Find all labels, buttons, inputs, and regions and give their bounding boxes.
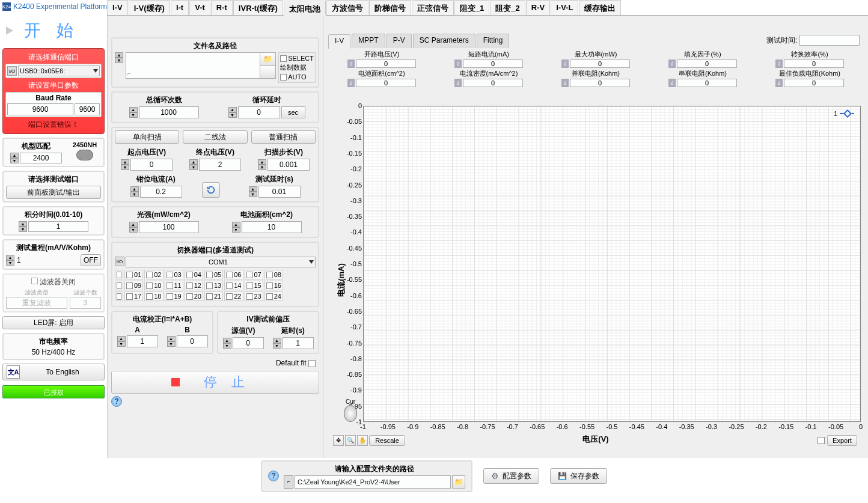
- model-toggle[interactable]: [76, 150, 93, 160]
- config-help-icon[interactable]: ?: [268, 471, 279, 481]
- switch-channel-4[interactable]: 04: [185, 270, 203, 279]
- loop-delay-field[interactable]: 0: [238, 106, 280, 118]
- filter-checkbox[interactable]: [31, 278, 38, 284]
- vstart-field[interactable]: 0: [130, 159, 173, 171]
- corr-A-field[interactable]: 1: [127, 335, 158, 347]
- corr-B-spinner[interactable]: ▲▼: [167, 336, 176, 347]
- tdelay-spinner[interactable]: ▲▼: [249, 186, 257, 197]
- main-tab-9[interactable]: 正弦信号: [412, 0, 454, 15]
- model-field[interactable]: 2400: [20, 153, 62, 163]
- led-screen-button[interactable]: LED屏: 启用: [2, 316, 105, 329]
- default-fit-checkbox[interactable]: [308, 360, 316, 367]
- area-field[interactable]: 10: [242, 221, 302, 233]
- language-button[interactable]: 文A To English: [2, 364, 105, 380]
- prebias-delay-spinner[interactable]: ▲▼: [273, 338, 281, 349]
- auto-checkbox[interactable]: [280, 74, 287, 81]
- export-checkbox[interactable]: [818, 437, 825, 444]
- select-checkbox[interactable]: [280, 55, 287, 62]
- integ-field[interactable]: 1: [28, 221, 88, 232]
- wire-mode-button[interactable]: 二线法: [183, 130, 247, 144]
- main-tab-7[interactable]: 方波信号: [326, 0, 368, 15]
- corr-B-field[interactable]: 0: [177, 335, 208, 347]
- file-spinner[interactable]: ▲▼: [115, 52, 123, 63]
- switch-row-check-0[interactable]: [115, 270, 123, 279]
- switch-channel-10[interactable]: 10: [144, 281, 163, 290]
- rescale-button[interactable]: Rescale: [369, 435, 405, 446]
- switch-channel-14[interactable]: 14: [224, 281, 243, 290]
- switch-channel-23[interactable]: 23: [245, 291, 263, 301]
- light-spinner[interactable]: ▲▼: [129, 222, 138, 233]
- refresh-button[interactable]: [202, 182, 220, 198]
- main-tab-12[interactable]: R-V: [526, 0, 550, 15]
- prebias-src-field[interactable]: 0: [233, 337, 264, 349]
- main-tab-2[interactable]: I-t: [171, 0, 189, 15]
- main-tab-6[interactable]: 太阳电池: [284, 1, 326, 16]
- stop-button[interactable]: 停止: [111, 371, 319, 394]
- switch-port-combo[interactable]: COM1: [126, 257, 316, 267]
- switch-channel-19[interactable]: 19: [165, 291, 183, 301]
- off-button[interactable]: OFF: [81, 254, 101, 266]
- range-spinner[interactable]: ▲▼: [6, 255, 14, 266]
- main-tab-5[interactable]: IVR-t(缓存): [233, 0, 283, 15]
- switch-channel-2[interactable]: 02: [144, 270, 163, 279]
- switch-channel-16[interactable]: 16: [264, 281, 283, 290]
- sub-tab-1[interactable]: MPPT: [352, 34, 385, 48]
- switch-channel-8[interactable]: 08: [264, 270, 283, 279]
- model-spinner[interactable]: ▲▼: [10, 153, 19, 163]
- switch-channel-24[interactable]: 24: [264, 291, 283, 301]
- prebias-src-spinner[interactable]: ▲▼: [223, 338, 231, 349]
- crosshair-tool-icon[interactable]: ✥: [333, 435, 344, 446]
- switch-channel-22[interactable]: 22: [224, 291, 243, 301]
- main-tab-13[interactable]: I-V-L: [551, 0, 578, 15]
- sub-tab-0[interactable]: I-V: [328, 34, 350, 49]
- corr-A-spinner[interactable]: ▲▼: [117, 336, 126, 347]
- loop-count-spinner[interactable]: ▲▼: [129, 107, 138, 118]
- light-field[interactable]: 100: [139, 221, 199, 233]
- vstart-spinner[interactable]: ▲▼: [121, 159, 129, 170]
- chart-legend[interactable]: 1: [834, 110, 854, 117]
- file-path-display[interactable]: ⌐: [126, 53, 260, 78]
- main-tab-0[interactable]: I-V: [107, 0, 128, 15]
- integ-spinner[interactable]: ▲▼: [19, 221, 27, 232]
- clamp-spinner[interactable]: ▲▼: [130, 186, 139, 197]
- help-icon[interactable]: ?: [111, 396, 122, 407]
- range-field[interactable]: 1: [17, 256, 78, 264]
- sub-tab-2[interactable]: P-V: [387, 34, 412, 48]
- switch-channel-21[interactable]: 21: [204, 291, 223, 301]
- switch-channel-11[interactable]: 11: [165, 281, 183, 290]
- area-spinner[interactable]: ▲▼: [232, 222, 240, 233]
- run-arrow-icon[interactable]: [6, 26, 14, 35]
- file-aux-btn[interactable]: [260, 66, 275, 79]
- chart-plot-area[interactable]: 1: [363, 106, 861, 422]
- main-tab-8[interactable]: 阶梯信号: [369, 0, 411, 15]
- zoom-tool-icon[interactable]: 🔍: [345, 435, 356, 446]
- browse-folder-icon[interactable]: [260, 53, 275, 66]
- switch-channel-12[interactable]: 12: [185, 281, 203, 290]
- baud-field-2[interactable]: 9600: [75, 103, 100, 115]
- baud-field-1[interactable]: 9600: [7, 103, 73, 115]
- switch-row-check-2[interactable]: [115, 291, 123, 301]
- switch-channel-6[interactable]: 06: [224, 270, 243, 279]
- switch-channel-7[interactable]: 07: [245, 270, 263, 279]
- loop-delay-spinner[interactable]: ▲▼: [228, 107, 237, 118]
- vstep-spinner[interactable]: ▲▼: [258, 159, 266, 170]
- sub-tab-3[interactable]: SC Parameters: [413, 34, 475, 48]
- config-params-button[interactable]: 配置参数: [483, 468, 539, 484]
- vend-spinner[interactable]: ▲▼: [189, 159, 198, 170]
- main-tab-11[interactable]: 阻变_2: [490, 0, 525, 15]
- port-combo[interactable]: USB0::0x05E6:: [18, 66, 100, 76]
- switch-channel-17[interactable]: 17: [124, 291, 143, 301]
- save-params-button[interactable]: 保存参数: [550, 468, 607, 484]
- main-tab-4[interactable]: R-t: [211, 0, 233, 15]
- scan-direction-button[interactable]: 单向扫描: [115, 130, 179, 144]
- test-port-button[interactable]: 前面板测试/输出: [6, 186, 101, 199]
- switch-channel-3[interactable]: 03: [165, 270, 183, 279]
- switch-channel-18[interactable]: 18: [144, 291, 163, 301]
- loop-count-field[interactable]: 1000: [139, 106, 199, 118]
- sub-tab-4[interactable]: Fitting: [477, 34, 510, 48]
- main-tab-14[interactable]: 缓存输出: [579, 0, 621, 15]
- vend-field[interactable]: 2: [199, 159, 241, 171]
- cursor-knob[interactable]: [344, 405, 357, 422]
- prebias-delay-field[interactable]: 1: [283, 337, 314, 349]
- switch-channel-1[interactable]: 01: [124, 270, 143, 279]
